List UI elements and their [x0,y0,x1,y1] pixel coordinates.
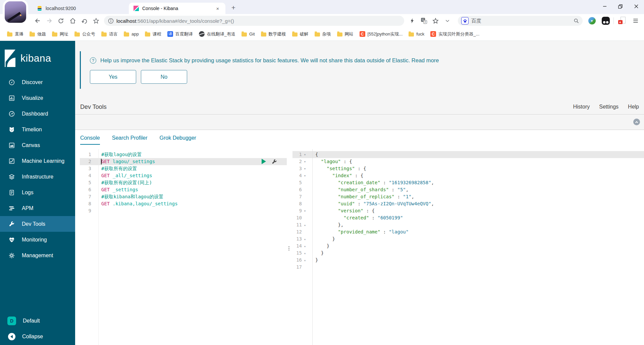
translate-icon: 译 [167,31,173,37]
address-bar[interactable]: localhost:5601/app/kibana#/dev_tools/con… [104,16,404,26]
fold-up-icon[interactable]: ▴ [302,243,308,250]
sidebar-item-visualize[interactable]: Visualize [0,90,75,106]
fold-down-icon[interactable]: ▾ [302,151,308,158]
bookmark-item[interactable]: fuck [406,30,427,39]
url-text[interactable]: localhost:5601/app/kibana#/dev_tools/con… [116,18,234,24]
telemetry-yes-button[interactable]: Yes [90,70,136,84]
code-line: { [313,151,644,158]
bookmark-item[interactable]: 公众号 [71,30,98,39]
sidebar-item-label: Discover [22,79,43,85]
bookmark-item[interactable]: app [121,30,142,39]
sidebar-item-canvas[interactable]: Canvas [0,137,75,153]
read-more-link[interactable]: Read more [412,57,439,63]
dark-extension-icon[interactable] [600,15,611,27]
line-number: 1 [80,151,91,158]
devtools-link-settings[interactable]: Settings [599,104,619,110]
lightning-extension-icon[interactable] [406,15,418,27]
bookmark-item[interactable]: 数学建模 [258,30,289,39]
restore-button[interactable] [612,0,628,13]
code-line: GET _settings [99,186,287,193]
home-button[interactable] [67,15,78,27]
bookmark-item[interactable]: C实现贝叶斯分类器_... [427,30,482,39]
sidebar-item-logs[interactable]: Logs [0,185,75,200]
scroll-top-button[interactable] [633,119,640,125]
sidebar-item-apm[interactable]: APM [0,200,75,216]
code-line: #获取kibana和lagou的设置 [99,193,287,200]
tab-grok-debugger[interactable]: Grok Debugger [160,135,196,145]
fold-down-icon[interactable]: ▾ [302,172,308,179]
bookmark-item[interactable]: 语言 [98,30,121,39]
tab-console[interactable]: Console [80,135,100,145]
tab-elasticsearch[interactable]: localhost:9200 [32,3,129,14]
fold-up-icon[interactable]: ▴ [302,221,308,228]
sidebar-item-discover[interactable]: Discover [0,74,75,90]
bookmark-item[interactable]: 课程 [142,30,164,39]
bookmark-item[interactable]: 破解 [289,30,312,39]
pane-resizer[interactable] [287,149,292,345]
chevron-down-icon[interactable] [441,15,453,27]
line-number: 6 [292,186,302,193]
sidebar-item-machine-learning[interactable]: Machine Learning [0,153,75,169]
menu-button[interactable] [630,15,641,27]
tab-search-profiler[interactable]: Search Profiler [112,135,148,145]
mouse-gesture-icon[interactable] [78,15,90,27]
idm-extension-icon[interactable]: ▾ [586,15,598,27]
request-options-wrench-icon[interactable] [271,159,277,165]
bookmark-item[interactable]: 做题 [26,30,49,39]
sidebar-item-timelion[interactable]: Timelion [0,122,75,137]
fold-down-icon[interactable]: ▾ [302,207,308,214]
bookmark-star-button[interactable] [90,15,102,27]
sidebar-item-infrastructure[interactable]: Infrastructure [0,169,75,185]
devtools-link-history[interactable]: History [573,104,590,110]
minimize-button[interactable] [597,0,612,13]
bookmark-item[interactable]: 杂项 [312,30,334,39]
close-button[interactable] [628,0,644,13]
fold-up-icon[interactable]: ▴ [302,235,308,243]
bookmark-item[interactable]: 网址 [49,30,71,39]
tab-close-icon[interactable]: × [215,5,221,11]
telemetry-no-button[interactable]: No [141,70,187,84]
response-viewer[interactable]: 1▾2▾3▾4▾56789▾1011▴1213▴14▴15▴16▴17 { "l… [292,149,644,345]
back-button[interactable] [32,15,43,27]
bookmark-item[interactable]: Git [238,30,258,39]
devtools-link-help[interactable]: Help [628,104,639,110]
fold-up-icon[interactable]: ▴ [302,250,308,257]
sidebar-item-collapse[interactable]: Collapse [0,329,75,344]
search-icon[interactable] [573,18,579,24]
favorites-star-icon[interactable] [430,15,441,27]
bookmark-item[interactable]: 直播 [4,30,26,39]
baidu-search-box[interactable]: 百度 [458,16,583,26]
bookmark-item[interactable]: 在线翻译_有道 [196,30,238,39]
code-line: "created" : "6050199" [313,214,644,221]
fold-down-icon[interactable]: ▾ [302,165,308,172]
forward-button[interactable] [43,15,55,27]
folder-icon [261,32,266,37]
new-tab-button[interactable]: + [229,3,238,12]
line-number: 5 [292,179,302,186]
editor-code[interactable]: #获取lagou的设置GET lagou/_settings#获取所有的设置GE… [99,151,287,214]
profile-avatar[interactable] [5,1,26,23]
sidebar-item-dashboard[interactable]: Dashboard [0,106,75,122]
code-line: "index" : { [313,172,644,179]
gutter-line: 1 [80,151,91,158]
pdf-extension-icon[interactable]: A [616,15,628,27]
sidebar-item-default[interactable]: DDefault [0,313,75,329]
send-request-button[interactable] [262,159,266,164]
telemetry-banner: ? Help us improve the Elastic Stack by p… [80,51,639,89]
tab-kibana-console[interactable]: Console - Kibana × [129,3,225,14]
translate-extension-icon[interactable]: G文 [418,15,430,27]
sidebar-item-monitoring[interactable]: Monitoring [0,232,75,248]
bookmark-label: 数学建模 [269,31,286,37]
page-info-icon[interactable] [108,18,114,24]
reload-button[interactable] [55,15,67,27]
bookmark-item[interactable]: 译百度翻译 [164,30,196,39]
fold-up-icon[interactable]: ▴ [302,257,308,264]
bookmark-item[interactable]: C[552]python实现... [357,30,406,39]
gutter-line: 10 [292,214,308,221]
sidebar-item-dev-tools[interactable]: Dev Tools [0,216,75,232]
bookmark-item[interactable]: 网站 [334,30,357,39]
kibana-logo[interactable]: kibana [0,41,75,74]
request-editor[interactable]: 123456789 #获取lagou的设置GET lagou/_settings… [80,149,287,345]
fold-down-icon[interactable]: ▾ [302,158,308,165]
sidebar-item-management[interactable]: Management [0,248,75,263]
